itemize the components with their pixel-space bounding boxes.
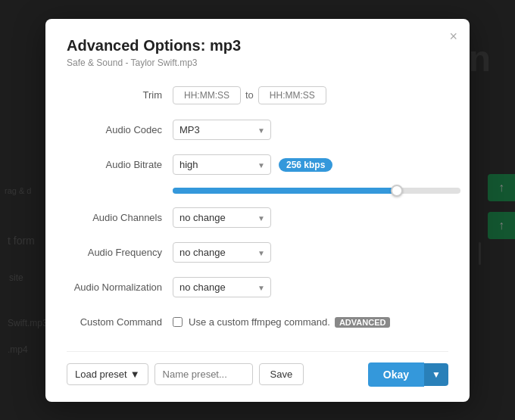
slider-row <box>67 188 448 194</box>
modal-subtitle: Safe & Sound - Taylor Swift.mp3 <box>67 58 448 68</box>
bitrate-slider-track[interactable] <box>173 188 460 194</box>
bitrate-slider-thumb[interactable] <box>391 185 403 197</box>
custom-command-row: Custom Command Use a custom ffmpeg comma… <box>67 310 448 334</box>
okay-button[interactable]: Okay <box>368 362 424 387</box>
audio-frequency-row: Audio Frequency no change ▼ <box>67 241 448 265</box>
trim-from-input[interactable] <box>173 86 241 104</box>
audio-codec-label: Audio Codec <box>67 124 173 135</box>
audio-channels-row: Audio Channels no change ▼ <box>67 206 448 230</box>
bitrate-slider-fill <box>173 188 397 194</box>
trim-to-text: to <box>245 89 254 101</box>
audio-bitrate-label: Audio Bitrate <box>67 159 173 170</box>
audio-normalization-label: Audio Normalization <box>67 282 173 293</box>
audio-codec-select[interactable]: MP3 <box>173 120 271 140</box>
audio-bitrate-row: Audio Bitrate high ▼ 256 kbps <box>67 153 448 177</box>
audio-frequency-label: Audio Frequency <box>67 247 173 258</box>
audio-normalization-wrapper: no change ▼ <box>173 277 271 297</box>
audio-frequency-select[interactable]: no change <box>173 242 271 263</box>
audio-channels-select[interactable]: no change <box>173 207 271 228</box>
trim-to-input[interactable] <box>258 86 326 104</box>
audio-codec-row: Audio Codec MP3 ▼ <box>67 118 448 142</box>
audio-normalization-select[interactable]: no change <box>173 277 271 297</box>
load-preset-arrow: ▼ <box>130 369 140 380</box>
trim-inputs: to <box>173 86 326 104</box>
bitrate-badge: 256 kbps <box>279 158 332 172</box>
trim-label: Trim <box>67 89 173 101</box>
footer-left: Load preset ▼ Save <box>67 363 304 385</box>
modal: × Advanced Options: mp3 Safe & Sound - T… <box>45 19 470 402</box>
custom-command-label: Custom Command <box>67 316 173 328</box>
modal-title: Advanced Options: mp3 <box>67 37 448 54</box>
audio-bitrate-select[interactable]: high <box>173 154 271 175</box>
load-preset-button[interactable]: Load preset ▼ <box>67 363 148 385</box>
trim-row: Trim to <box>67 83 448 107</box>
modal-footer: Load preset ▼ Save Okay ▼ <box>67 351 448 387</box>
custom-command-checkbox[interactable] <box>173 317 183 327</box>
custom-command-content: Use a custom ffmpeg command. ADVANCED <box>173 316 390 328</box>
load-preset-label: Load preset <box>75 369 127 380</box>
audio-bitrate-wrapper: high ▼ <box>173 154 271 175</box>
modal-overlay: × Advanced Options: mp3 Safe & Sound - T… <box>0 0 515 420</box>
custom-command-text: Use a custom ffmpeg command. <box>189 316 330 328</box>
advanced-badge: ADVANCED <box>335 317 391 328</box>
audio-frequency-wrapper: no change ▼ <box>173 242 271 263</box>
okay-dropdown-button[interactable]: ▼ <box>424 363 448 386</box>
save-button[interactable]: Save <box>259 363 304 385</box>
footer-right: Okay ▼ <box>368 362 448 387</box>
audio-codec-wrapper: MP3 ▼ <box>173 120 271 140</box>
audio-channels-wrapper: no change ▼ <box>173 207 271 228</box>
close-button[interactable]: × <box>449 30 457 43</box>
audio-channels-label: Audio Channels <box>67 212 173 223</box>
audio-normalization-row: Audio Normalization no change ▼ <box>67 275 448 300</box>
preset-name-input[interactable] <box>154 363 253 385</box>
